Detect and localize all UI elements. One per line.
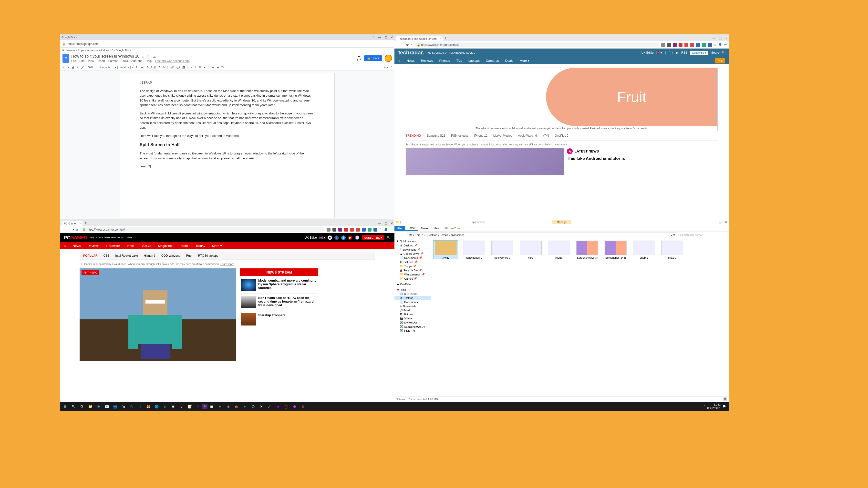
sidebar-item-desktop[interactable]: 🖥 Desktop <box>395 296 431 300</box>
extension-icon[interactable] <box>667 43 671 47</box>
tab-close-icon[interactable]: ✕ <box>439 37 441 40</box>
pro-button[interactable]: Pro <box>715 58 725 63</box>
italic-icon[interactable]: I <box>151 66 152 69</box>
tray-chevron-icon[interactable]: ˆ <box>704 405 705 408</box>
app-icon[interactable]: ● <box>241 403 249 410</box>
view-details-icon[interactable]: ☰ <box>717 397 719 401</box>
highlight-icon[interactable]: ✎ <box>163 66 165 69</box>
zoom-select[interactable]: 100% <box>86 66 93 69</box>
sidebar-item[interactable]: 🖼 Pictures 📌 <box>395 260 431 264</box>
body-p1[interactable]: The design of Windows 10 has its detract… <box>140 89 315 108</box>
text-color-icon[interactable]: A <box>159 66 160 69</box>
lastpass-icon[interactable] <box>344 228 348 232</box>
terminal-icon[interactable]: ▣ <box>208 403 216 410</box>
sidebar-item[interactable]: 💽 NVMe (A:) <box>395 320 431 325</box>
paint-icon[interactable]: 🖌 <box>81 66 84 69</box>
extension-icon[interactable] <box>368 228 372 232</box>
up-icon[interactable]: ↑ <box>404 233 406 236</box>
home-icon[interactable]: ⌂ <box>76 228 78 231</box>
nav-news[interactable]: News <box>73 244 81 248</box>
sidebar-item[interactable]: 💽 Samsung 970 EV <box>395 325 431 329</box>
onenote-icon[interactable] <box>673 43 677 47</box>
view-thumbnails-icon[interactable]: ▦ <box>723 397 727 401</box>
url-field[interactable]: 🔒 https://www.techradar.com/uk <box>414 42 659 47</box>
close-icon[interactable]: ✕ <box>391 222 393 225</box>
maximize-icon[interactable]: ▢ <box>719 37 721 40</box>
file-item[interactable]: snap 2 <box>660 240 684 259</box>
body-p3[interactable]: Here we'll talk you through all the ways… <box>140 133 315 138</box>
learn-more-link[interactable]: Learn more <box>220 263 234 265</box>
nav-more[interactable]: More ▾ <box>212 244 222 248</box>
file-item[interactable]: Screenshot (245) <box>603 240 628 259</box>
minimize-icon[interactable]: — <box>378 36 381 39</box>
task-view-icon[interactable]: ⧉ <box>78 403 86 410</box>
sidebar-item[interactable]: 🗑 Recycle Bin 📌 <box>395 268 431 272</box>
extension-icon[interactable] <box>373 228 377 232</box>
nav-news[interactable]: News <box>407 59 415 62</box>
home-icon[interactable]: ⌂ <box>410 43 412 46</box>
image-icon[interactable]: 🖼 <box>182 66 185 69</box>
font-size[interactable]: 11 <box>136 66 138 69</box>
word-icon[interactable]: W <box>127 403 136 410</box>
ribbon-tab-file[interactable]: File <box>395 226 405 231</box>
nav-tvs[interactable]: TVs <box>457 59 462 62</box>
file-item[interactable]: resize <box>547 240 571 259</box>
window-techradar[interactable]: TechRadar | The source for tech✕ + — ▢ ✕… <box>395 34 729 219</box>
menu-insert[interactable]: Insert <box>98 59 105 63</box>
menu-format[interactable]: Format <box>108 59 118 63</box>
nav-magazine[interactable]: Magazine <box>158 244 172 248</box>
crumb[interactable]: This PC <box>415 233 425 236</box>
menu-tools[interactable]: Tools <box>121 59 128 63</box>
hero-article[interactable]: ANTIHERO <box>80 268 236 361</box>
home-icon[interactable]: ⌂ <box>64 244 66 248</box>
sidebar-item[interactable]: ▲ Google Drive 📌 <box>395 252 431 256</box>
trending-item[interactable]: VPN <box>543 134 549 137</box>
file-item[interactable]: fancyzones 1 <box>462 240 486 259</box>
editing-mode-icon[interactable]: ✏ ▾ <box>384 66 389 69</box>
news-item[interactable]: Starship Troopers: <box>240 311 318 328</box>
comments-icon[interactable]: 💬 <box>356 56 362 61</box>
subscribe-button[interactable]: Subscribe ▾ <box>690 51 708 55</box>
popular-item[interactable]: RTX 30 laptops <box>198 254 218 257</box>
url-text[interactable]: https://docs.google.com <box>68 42 99 45</box>
discord-icon[interactable]: ◉ <box>224 403 232 410</box>
ublock-icon[interactable] <box>690 43 694 47</box>
learn-more-link[interactable]: Learn more <box>554 143 567 146</box>
excel-icon[interactable]: X <box>136 403 144 410</box>
sidebar-item[interactable]: ⬇ Downloads <box>395 304 431 308</box>
notepad-icon[interactable]: 📝 <box>186 403 194 410</box>
sidebar-this-pc[interactable]: 💻 This PC <box>395 288 431 292</box>
pcgamer-logo[interactable]: PCGAMER <box>64 235 87 240</box>
sidebar-quick-access[interactable]: ★ Quick access <box>395 239 431 243</box>
new-tab-icon[interactable]: + <box>442 35 448 41</box>
clear-format-icon[interactable]: Tx <box>221 66 224 69</box>
search-icon[interactable]: 🔍 <box>387 236 391 239</box>
forward-icon[interactable]: → <box>400 233 403 236</box>
font-select[interactable]: Arial <box>120 66 126 69</box>
hero-image[interactable] <box>406 148 564 175</box>
facebook-icon[interactable]: f <box>334 235 339 240</box>
rss-link[interactable]: RSS <box>681 51 687 55</box>
app-icon[interactable]: ◉ <box>274 403 282 410</box>
trending-item[interactable]: iPhone 12 <box>474 134 488 137</box>
news-item[interactable]: Mods, combat and more are coming to Dyso… <box>240 276 318 294</box>
app-icon[interactable]: ⬢ <box>290 403 299 410</box>
star-icon[interactable]: ☆ <box>372 36 375 39</box>
nav-reviews[interactable]: Reviews <box>421 59 433 62</box>
menu-addons[interactable]: Add-ons <box>131 59 142 63</box>
favorite-icon[interactable]: ☆ <box>379 228 382 232</box>
back-icon[interactable]: ← <box>396 43 399 46</box>
body-p2[interactable]: Back in Windows 7, Microsoft pioneered w… <box>140 111 315 130</box>
popular-item[interactable]: COD Warzone <box>161 254 180 257</box>
mail-icon[interactable]: ✉ <box>94 403 102 410</box>
system-tray[interactable]: ˆ 11:51 02/02/2021 💬 <box>704 403 728 410</box>
browser-tab[interactable]: PC Gamer✕ <box>62 221 83 226</box>
chrome-icon[interactable]: 🌐 <box>152 403 161 410</box>
nav-hardware[interactable]: Hardware <box>106 244 120 248</box>
extension-icon[interactable] <box>708 43 712 47</box>
file-item[interactable]: Screenshot (243) <box>575 240 599 259</box>
star-icon[interactable]: ☆ <box>141 54 145 59</box>
twitter-icon[interactable]: t <box>673 51 673 55</box>
indent-icon[interactable]: ⇥ <box>217 66 219 69</box>
nav-indie[interactable]: Indie <box>127 244 134 248</box>
